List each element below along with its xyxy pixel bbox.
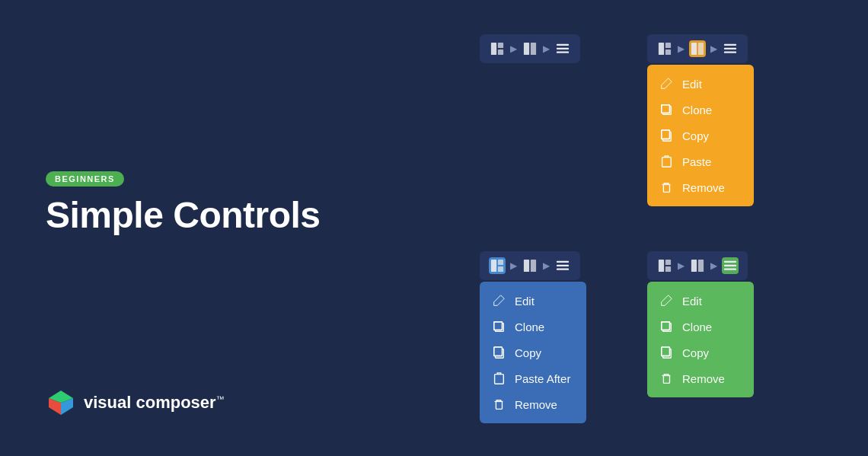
blue-clone-label: Clone (515, 320, 544, 333)
svg-rect-18 (724, 48, 736, 49)
yellow-clone-item[interactable]: Clone (647, 97, 754, 123)
svg-rect-10 (557, 48, 569, 49)
menu-icon-bl[interactable] (554, 257, 571, 274)
svg-rect-5 (498, 43, 503, 48)
page-title: Simple Controls (46, 194, 321, 236)
layout-icon-bl-active[interactable] (489, 257, 506, 274)
yellow-paste-label: Paste (682, 155, 711, 168)
svg-rect-50 (724, 265, 736, 266)
menu-icon-br-active[interactable] (722, 257, 739, 274)
svg-rect-56 (662, 347, 670, 356)
svg-rect-45 (665, 260, 671, 265)
svg-rect-14 (665, 49, 671, 55)
green-dropdown: Edit Clone Copy Remove (647, 282, 754, 397)
yellow-remove-item[interactable]: Remove (647, 174, 754, 200)
arrow-2: ▶ (543, 43, 550, 54)
yellow-paste-item[interactable]: Paste (647, 148, 754, 174)
svg-rect-33 (557, 261, 569, 263)
svg-rect-44 (659, 260, 664, 272)
svg-rect-51 (724, 269, 736, 270)
svg-rect-8 (531, 43, 536, 55)
svg-rect-27 (663, 184, 669, 192)
menu-icon-tr[interactable] (722, 40, 739, 57)
yellow-copy-item[interactable]: Copy (647, 123, 754, 148)
columns-icon-tr-active[interactable] (689, 40, 706, 57)
svg-rect-49 (724, 261, 736, 263)
green-edit-item[interactable]: Edit (647, 288, 754, 314)
svg-rect-12 (659, 43, 664, 55)
svg-rect-53 (662, 322, 670, 330)
svg-rect-19 (724, 52, 736, 53)
svg-rect-37 (494, 322, 503, 330)
svg-rect-48 (698, 260, 704, 272)
blue-remove-label: Remove (515, 398, 557, 411)
top-left-toolbar[interactable]: ▶ ▶ (480, 34, 580, 63)
columns-icon-bl[interactable] (522, 257, 538, 274)
columns-icon-br[interactable] (689, 257, 706, 274)
beginners-badge: BEGINNERS (46, 171, 124, 187)
green-clone-item[interactable]: Clone (647, 314, 754, 340)
arrow-bl-2: ▶ (543, 260, 550, 271)
svg-rect-13 (665, 43, 671, 48)
bottom-right-toolbar[interactable]: ▶ ▶ (647, 251, 748, 280)
svg-rect-47 (691, 260, 697, 272)
columns-icon[interactable] (522, 40, 538, 57)
yellow-clone-label: Clone (682, 104, 712, 116)
blue-copy-item[interactable]: Copy (480, 340, 586, 365)
arrow-1: ▶ (510, 43, 517, 54)
svg-rect-9 (557, 44, 569, 46)
arrow-br-1: ▶ (678, 260, 685, 271)
svg-rect-21 (662, 105, 670, 113)
menu-icon[interactable] (554, 40, 571, 57)
yellow-edit-item[interactable]: Edit (647, 71, 754, 97)
layout-icon[interactable] (489, 40, 506, 57)
svg-rect-15 (691, 43, 697, 55)
svg-rect-32 (531, 260, 536, 272)
svg-rect-34 (557, 265, 569, 266)
yellow-edit-label: Edit (682, 78, 702, 91)
yellow-remove-label: Remove (682, 181, 725, 194)
blue-paste-after-label: Paste After (515, 372, 570, 385)
green-copy-item[interactable]: Copy (647, 340, 754, 365)
svg-rect-40 (494, 347, 503, 356)
svg-rect-17 (724, 44, 736, 46)
svg-rect-42 (495, 375, 504, 384)
logo-text: visual composer™ (84, 393, 225, 413)
svg-rect-29 (498, 260, 503, 265)
green-edit-label: Edit (682, 295, 702, 308)
svg-rect-30 (498, 266, 503, 272)
green-clone-label: Clone (682, 320, 712, 333)
svg-rect-7 (524, 43, 529, 55)
blue-edit-item[interactable]: Edit (480, 288, 586, 314)
blue-clone-item[interactable]: Clone (480, 314, 586, 340)
svg-rect-35 (557, 269, 569, 270)
arrow-tr-1: ▶ (678, 43, 685, 54)
svg-rect-31 (524, 260, 529, 272)
svg-rect-16 (698, 43, 704, 55)
arrow-br-2: ▶ (710, 260, 717, 271)
green-remove-label: Remove (682, 372, 725, 385)
arrow-tr-2: ▶ (710, 43, 717, 54)
top-right-group: ▶ ▶ Edit Clone Copy Paste Remove (647, 34, 754, 206)
top-right-toolbar[interactable]: ▶ ▶ (647, 34, 748, 63)
svg-rect-11 (557, 52, 569, 53)
blue-edit-label: Edit (515, 295, 535, 308)
yellow-copy-label: Copy (682, 129, 709, 142)
layout-icon-br[interactable] (656, 257, 673, 274)
svg-rect-26 (662, 158, 672, 167)
green-copy-label: Copy (682, 346, 709, 359)
blue-paste-item[interactable]: Paste After (480, 365, 586, 391)
svg-rect-46 (665, 266, 671, 272)
yellow-dropdown: Edit Clone Copy Paste Remove (647, 65, 754, 206)
svg-rect-43 (496, 401, 502, 409)
top-left-toolbar-group: ▶ ▶ (480, 34, 580, 63)
green-remove-item[interactable]: Remove (647, 365, 754, 391)
blue-remove-item[interactable]: Remove (480, 391, 586, 417)
svg-rect-4 (491, 43, 496, 55)
bottom-left-toolbar[interactable]: ▶ ▶ (480, 251, 580, 280)
logo-icon (46, 387, 76, 418)
layout-icon-tr[interactable] (656, 40, 673, 57)
logo: visual composer™ (46, 387, 225, 418)
svg-rect-24 (662, 130, 670, 139)
blue-dropdown: Edit Clone Copy Paste After Remove (480, 282, 586, 423)
